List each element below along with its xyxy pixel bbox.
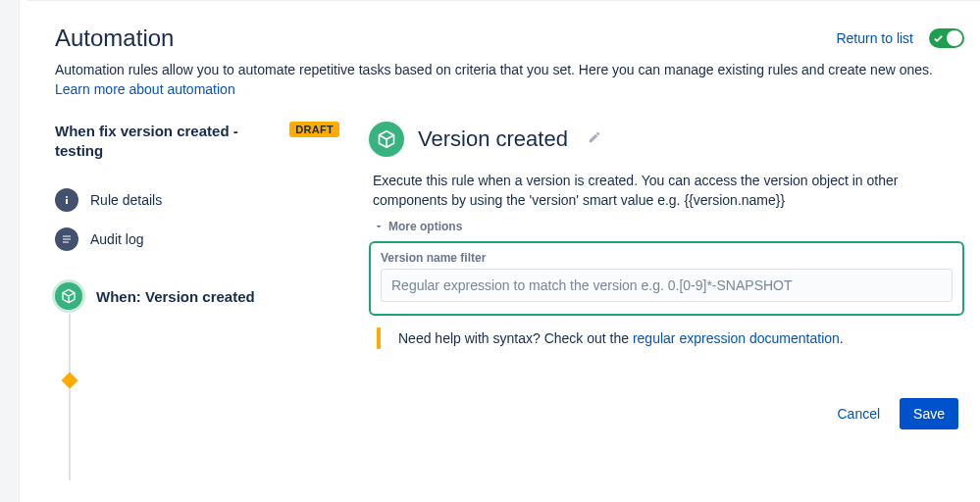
section-description: Execute this rule when a version is crea… bbox=[369, 171, 964, 211]
nav-audit-log[interactable]: Audit log bbox=[55, 220, 339, 259]
status-badge: DRAFT bbox=[289, 122, 339, 137]
nav-item-label: Audit log bbox=[90, 231, 143, 247]
page-title: Automation bbox=[55, 25, 174, 52]
more-options-label: More options bbox=[388, 220, 462, 233]
timeline-marker bbox=[62, 373, 78, 389]
svg-point-0 bbox=[66, 196, 68, 198]
help-text: Need help with syntax? Check out the reg… bbox=[398, 330, 844, 346]
learn-more-link[interactable]: Learn more about automation bbox=[55, 81, 235, 97]
version-name-filter-group: Version name filter bbox=[369, 241, 964, 316]
save-button[interactable]: Save bbox=[900, 398, 958, 429]
nav-item-label: Rule details bbox=[90, 192, 162, 208]
svg-rect-4 bbox=[63, 242, 69, 243]
page-description: Automation rules allow you to automate r… bbox=[55, 60, 964, 100]
timeline-when-label: When: Version created bbox=[96, 288, 255, 305]
info-icon bbox=[55, 188, 78, 212]
edit-icon[interactable] bbox=[588, 130, 601, 147]
cube-icon bbox=[369, 122, 404, 157]
timeline-when-node[interactable]: When: Version created bbox=[55, 282, 339, 310]
regex-docs-link[interactable]: regular expression documentation bbox=[633, 330, 840, 346]
field-label: Version name filter bbox=[381, 251, 953, 265]
help-accent-bar bbox=[377, 327, 381, 349]
version-name-filter-input[interactable] bbox=[381, 269, 953, 302]
chevron-down-icon bbox=[373, 221, 385, 232]
left-app-strip bbox=[0, 0, 20, 502]
nav-rule-details[interactable]: Rule details bbox=[55, 180, 339, 220]
more-options-toggle[interactable]: More options bbox=[369, 220, 964, 233]
return-to-list-link[interactable]: Return to list bbox=[836, 30, 913, 46]
timeline-connector bbox=[69, 314, 71, 480]
svg-rect-1 bbox=[66, 199, 68, 204]
svg-rect-3 bbox=[63, 239, 71, 240]
rule-enabled-toggle[interactable] bbox=[929, 28, 964, 48]
rule-name: When fix version created - testing bbox=[55, 122, 280, 162]
cube-icon bbox=[55, 282, 82, 310]
check-icon bbox=[933, 33, 944, 44]
section-title: Version created bbox=[418, 126, 568, 152]
svg-rect-2 bbox=[63, 236, 71, 237]
cancel-button[interactable]: Cancel bbox=[829, 400, 888, 427]
log-icon bbox=[55, 227, 78, 251]
